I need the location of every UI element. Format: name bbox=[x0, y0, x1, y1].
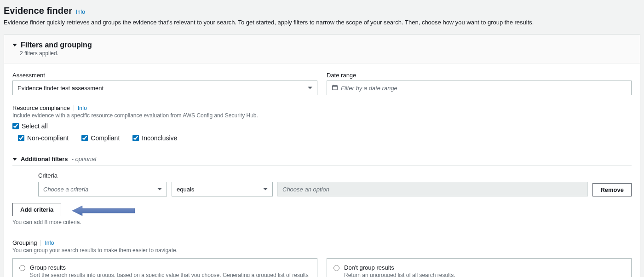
additional-filters-optional: - optional bbox=[72, 156, 96, 162]
remove-criteria-button[interactable]: Remove bbox=[592, 183, 632, 196]
resource-compliance-info[interactable]: Info bbox=[78, 105, 87, 111]
select-all-checkbox[interactable] bbox=[12, 123, 19, 129]
criteria-select[interactable]: Choose a criteria bbox=[38, 182, 167, 196]
group-results-desc: Sort the search results into groups, bas… bbox=[30, 272, 310, 277]
dont-group-results-desc: Return an ungrouped list of all search r… bbox=[344, 272, 455, 277]
info-link[interactable]: Info bbox=[76, 9, 85, 15]
inconclusive-checkbox[interactable] bbox=[132, 135, 139, 141]
compliant-label: Compliant bbox=[91, 134, 120, 142]
panel-header[interactable]: Filters and grouping 2 filters applied. bbox=[4, 35, 640, 63]
inconclusive-label: Inconclusive bbox=[142, 134, 177, 142]
chevron-down-icon bbox=[308, 87, 312, 89]
group-results-radio[interactable] bbox=[19, 265, 25, 271]
criteria-placeholder: Choose a criteria bbox=[43, 186, 88, 193]
filters-panel: Filters and grouping 2 filters applied. … bbox=[4, 34, 640, 277]
dont-group-results-option[interactable]: Don't group results Return an ungrouped … bbox=[327, 258, 632, 277]
additional-filters-title: Additional filters bbox=[21, 156, 68, 162]
add-criteria-desc: You can add 8 more criteria. bbox=[12, 219, 632, 225]
panel-title: Filters and grouping bbox=[21, 41, 92, 49]
compliant-checkbox[interactable] bbox=[81, 135, 88, 141]
panel-subtitle: 2 filters applied. bbox=[20, 50, 632, 57]
caret-down-icon bbox=[12, 44, 17, 46]
panel-body: Assessment Evidence finder test assessme… bbox=[4, 63, 640, 277]
assessment-label: Assessment bbox=[12, 72, 317, 79]
date-range-label: Date range bbox=[327, 72, 632, 79]
operator-select[interactable]: equals bbox=[172, 182, 273, 196]
pointer-arrow-icon bbox=[72, 205, 137, 217]
additional-filters-header[interactable]: Additional filters - optional bbox=[12, 156, 632, 166]
date-range-input[interactable]: Filter by a date range bbox=[327, 81, 632, 95]
resource-compliance-label: Resource compliance bbox=[12, 104, 70, 111]
assessment-value: Evidence finder test assessment bbox=[17, 85, 104, 92]
page-header: Evidence finder Info Evidence finder qui… bbox=[4, 4, 640, 29]
divider bbox=[74, 105, 74, 111]
dont-group-results-title: Don't group results bbox=[344, 264, 455, 271]
divider bbox=[40, 240, 41, 246]
chevron-down-icon bbox=[263, 188, 268, 190]
select-all-label: Select all bbox=[22, 122, 48, 130]
criteria-label: Criteria bbox=[12, 172, 632, 179]
svg-rect-0 bbox=[333, 85, 338, 90]
grouping-desc: You can group your search results to mak… bbox=[12, 247, 632, 254]
non-compliant-checkbox[interactable] bbox=[18, 135, 24, 141]
caret-down-icon bbox=[12, 158, 17, 161]
resource-compliance-desc: Include evidence with a specific resourc… bbox=[12, 112, 632, 119]
svg-marker-4 bbox=[72, 206, 135, 216]
option-select: Choose an option bbox=[277, 182, 588, 196]
option-placeholder: Choose an option bbox=[282, 186, 329, 193]
page-title: Evidence finder bbox=[4, 6, 72, 16]
add-criteria-button[interactable]: Add criteria bbox=[12, 203, 61, 216]
grouping-label: Grouping bbox=[12, 239, 37, 246]
date-range-placeholder: Filter by a date range bbox=[341, 85, 397, 92]
group-results-option[interactable]: Group results Sort the search results in… bbox=[12, 258, 317, 277]
grouping-info[interactable]: Info bbox=[45, 240, 54, 246]
page-description: Evidence finder quickly retrieves and gr… bbox=[4, 19, 640, 26]
chevron-down-icon bbox=[157, 188, 162, 190]
criteria-row: Choose a criteria equals Choose an optio… bbox=[12, 182, 632, 196]
group-results-title: Group results bbox=[30, 264, 310, 271]
non-compliant-label: Non-compliant bbox=[27, 134, 69, 142]
calendar-icon bbox=[332, 84, 338, 92]
assessment-select[interactable]: Evidence finder test assessment bbox=[12, 81, 317, 95]
operator-value: equals bbox=[177, 186, 194, 193]
dont-group-results-radio[interactable] bbox=[334, 265, 339, 271]
